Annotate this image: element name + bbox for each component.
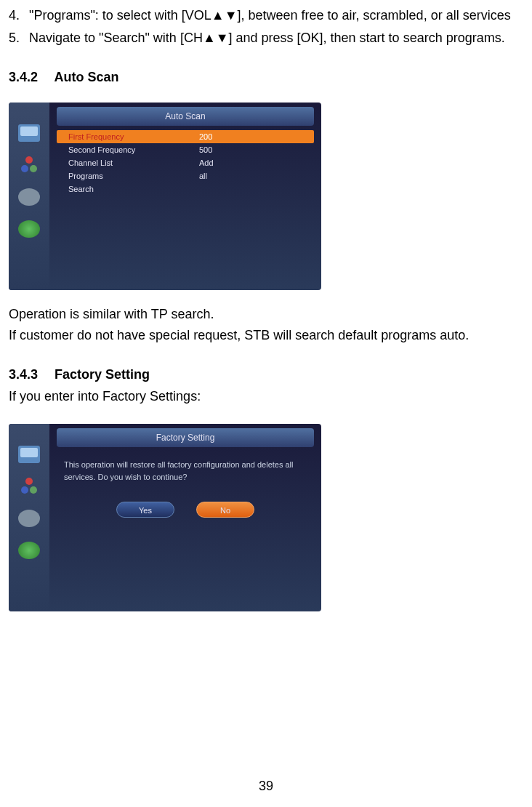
factory-message: This operation will restore all factory … [49,451,321,490]
list-text: Navigate to "Search" with [CH▲▼] and pre… [29,28,523,48]
menu-row-programs: Programs all [57,169,314,182]
section-number: 3.4.2 [9,70,38,84]
factory-setting-screenshot: Factory Setting This operation will rest… [9,424,321,611]
menu-row-search: Search [57,182,314,196]
no-button: No [196,502,254,518]
row-label: Second Frequency [68,145,199,154]
list-text: "Programs": to select with [VOL▲▼], betw… [29,6,523,25]
list-item-4: 4. "Programs": to select with [VOL▲▼], b… [9,6,523,25]
row-label: First Frequency [68,132,199,141]
balls-icon [18,156,40,174]
list-item-5: 5. Navigate to "Search" with [CH▲▼] and … [9,28,523,48]
page-number: 39 [0,779,532,794]
row-value: all [199,172,302,180]
row-label: Search [68,185,199,193]
screenshot-main: Auto Scan First Frequency 200 Second Fre… [49,103,321,290]
section-title: Auto Scan [54,70,118,84]
row-label: Programs [68,172,199,180]
menu-row-first-frequency: First Frequency 200 [57,130,314,143]
paragraph-default: If customer do not have special request,… [9,326,523,345]
screenshot-content: First Frequency 200 Second Frequency 500… [49,130,321,196]
row-value: 200 [199,132,302,141]
screenshot-main: Factory Setting This operation will rest… [49,424,321,611]
balls-icon [18,478,40,495]
list-number: 5. [9,28,29,48]
auto-scan-screenshot: Auto Scan First Frequency 200 Second Fre… [9,103,321,290]
tools-icon [18,188,40,206]
row-label: Channel List [68,158,199,167]
screenshot-title: Auto Scan [57,107,314,126]
paragraph-operation: Operation is similar with TP search. [9,305,523,324]
menu-row-second-frequency: Second Frequency 500 [57,143,314,156]
tools-icon [18,510,40,527]
paragraph-factory-intro: If you enter into Factory Settings: [9,387,523,406]
menu-row-channel-list: Channel List Add [57,156,314,169]
yes-button: Yes [116,502,174,518]
monitor-icon [18,124,40,142]
disc-icon [18,542,40,559]
factory-buttons: Yes No [49,502,321,518]
monitor-icon [18,446,40,463]
section-title: Factory Setting [55,367,150,382]
row-value [199,185,302,193]
section-heading-342: 3.4.2 Auto Scan [9,70,523,85]
list-number: 4. [9,6,29,25]
screenshot-sidebar [9,103,49,290]
row-value: Add [199,158,302,167]
section-number: 3.4.3 [9,367,38,382]
screenshot-sidebar [9,424,49,611]
screenshot-title: Factory Setting [57,428,314,447]
section-heading-343: 3.4.3 Factory Setting [9,367,523,382]
row-value: 500 [199,145,302,154]
disc-icon [18,220,40,238]
